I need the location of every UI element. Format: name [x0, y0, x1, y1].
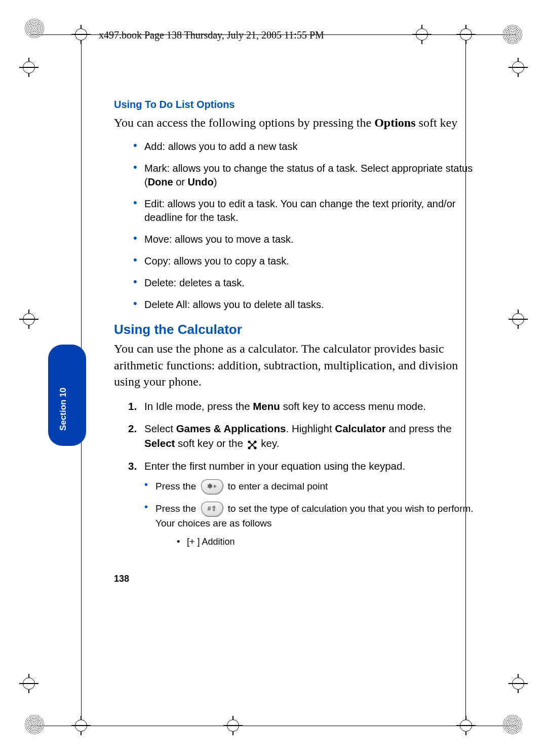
cross-mark-icon [511, 312, 526, 327]
cross-mark-icon [73, 718, 89, 733]
register-mark-icon [23, 713, 46, 736]
list-item: Add: allows you to add a new task [133, 140, 479, 154]
list-item: Press the #⇧ to set the type of calculat… [144, 502, 479, 548]
section-label: Section 10 [58, 388, 68, 431]
cross-mark-icon [225, 718, 241, 733]
register-mark-icon [23, 17, 46, 40]
page-content: Using To Do List Options You can access … [114, 99, 479, 556]
intro-1a: You can access the following options by … [114, 116, 374, 129]
list-item: Delete: deletes a task. [133, 276, 479, 290]
intro-1c: soft key [416, 116, 458, 129]
options-bullet-list: Add: allows you to add a new taskMark: a… [133, 140, 479, 312]
numbered-steps: In Idle mode, press the Menu soft key to… [128, 399, 479, 549]
star-key-icon: ✱+ [201, 479, 223, 495]
cross-mark-icon [511, 60, 526, 75]
list-item: Copy: allows you to copy a task. [133, 254, 479, 268]
list-item: Delete All: allows you to delete all tas… [133, 298, 479, 312]
sub-sub-list: [+ ] Addition [177, 536, 479, 548]
register-mark-icon [501, 23, 524, 46]
list-item: Move: allows you to move a task. [133, 233, 479, 246]
cross-mark-icon [458, 27, 474, 42]
step-item: Select Games & Applications. Highlight C… [128, 422, 479, 450]
list-item: [+ ] Addition [177, 536, 479, 548]
cross-mark-icon [21, 312, 36, 327]
cross-mark-icon [21, 676, 36, 691]
register-mark-icon [501, 713, 524, 736]
subheading-todo-options: Using To Do List Options [114, 99, 479, 110]
page-number: 138 [114, 574, 129, 584]
hash-key-icon: #⇧ [201, 502, 223, 517]
list-item: Mark: allows you to change the status of… [133, 162, 479, 189]
cross-mark-icon [73, 27, 89, 42]
intro-1b: Options [374, 116, 415, 129]
intro-paragraph-2: You can use the phone as a calculator. T… [114, 341, 479, 390]
intro-paragraph-1: You can access the following options by … [114, 115, 479, 131]
list-item: Press the ✱+ to enter a decimal point [144, 479, 479, 495]
crop-line-bottom [30, 726, 517, 726]
step-item: Enter the first number in your equation … [128, 459, 479, 548]
cross-mark-icon [414, 27, 429, 42]
step-item: In Idle mode, press the Menu soft key to… [128, 399, 479, 414]
cross-mark-icon [458, 718, 474, 733]
heading-calculator: Using the Calculator [114, 322, 479, 337]
list-item: Edit: allows you to edit a task. You can… [133, 197, 479, 224]
running-header: x497.book Page 138 Thursday, July 21, 20… [99, 29, 324, 41]
cross-mark-icon [21, 60, 36, 75]
cross-mark-icon [511, 676, 526, 691]
confirm-key-icon [247, 439, 257, 449]
sub-bullet-list: Press the ✱+ to enter a decimal pointPre… [144, 479, 479, 548]
